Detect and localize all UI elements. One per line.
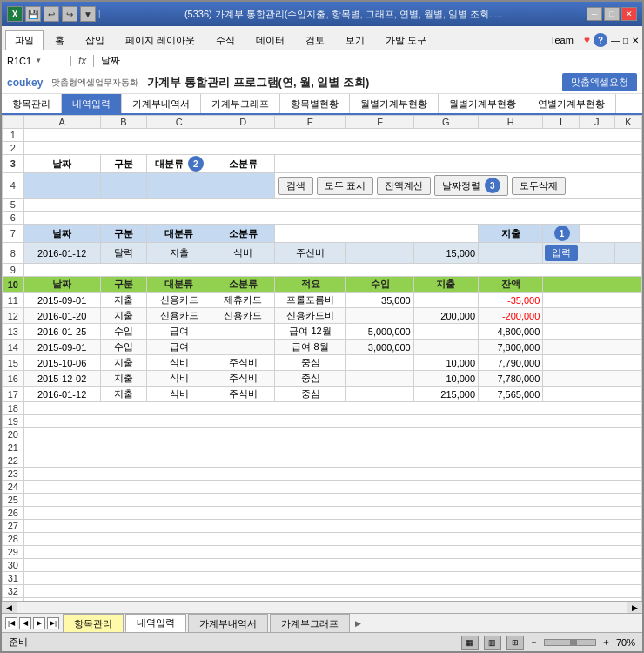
input-note[interactable]: [479, 243, 543, 264]
dr12-expense[interactable]: 200,000: [413, 308, 478, 324]
zoom-minus[interactable]: －: [529, 636, 539, 649]
col-k[interactable]: K: [614, 116, 641, 129]
save-icon[interactable]: 💾: [25, 6, 41, 22]
dr16-major[interactable]: 식비: [147, 371, 211, 387]
nav-tab-yearly[interactable]: 연별가계부현황: [527, 94, 616, 113]
scroll-left-btn[interactable]: ◀: [2, 602, 17, 613]
nav-tab-monthly1[interactable]: 월별가계부현황: [350, 94, 439, 113]
sheet-first-btn[interactable]: |◀: [5, 617, 17, 629]
dr11-type[interactable]: 지출: [100, 293, 147, 308]
zoom-slider[interactable]: [544, 639, 596, 646]
dr15-type[interactable]: 지출: [100, 355, 147, 371]
dr12-minor[interactable]: 신용카드: [211, 308, 274, 324]
dr13-type[interactable]: 수입: [100, 324, 147, 340]
match-excel-btn[interactable]: 맞춤엑셀요청: [562, 73, 637, 91]
dr12-income[interactable]: [346, 308, 413, 324]
dr17-balance[interactable]: 7,565,000: [479, 387, 543, 402]
dr14-balance[interactable]: 7,800,000: [479, 340, 543, 355]
ribbon-close[interactable]: ✕: [632, 36, 639, 45]
tab-home[interactable]: 홈: [45, 30, 74, 50]
help-icon[interactable]: ?: [594, 33, 607, 47]
dr15-detail[interactable]: 중심: [274, 355, 346, 371]
dr17-expense[interactable]: 215,000: [413, 387, 478, 402]
dr11-income[interactable]: 35,000: [346, 293, 413, 308]
dr13-expense[interactable]: [413, 324, 478, 340]
filter-type-input[interactable]: [100, 173, 147, 199]
dr14-date[interactable]: 2015-09-01: [23, 340, 100, 355]
tab-insert[interactable]: 삽입: [76, 30, 114, 50]
tab-formula[interactable]: 수식: [206, 30, 245, 50]
dr16-type[interactable]: 지출: [100, 371, 147, 387]
input-type[interactable]: 달력: [100, 243, 147, 264]
dr11-balance[interactable]: -35,000: [479, 293, 543, 308]
dr14-detail[interactable]: 급여 8월: [274, 340, 346, 355]
page-break-btn[interactable]: ⊞: [506, 636, 524, 650]
sheet-tab-graph[interactable]: 가계부그래프: [270, 614, 350, 632]
nav-tab-graph[interactable]: 가계부그래프: [201, 94, 280, 113]
dr16-minor[interactable]: 주식비: [211, 371, 274, 387]
balance-btn[interactable]: 잔액계산: [377, 177, 431, 195]
tab-file[interactable]: 파일: [5, 30, 44, 50]
tab-team[interactable]: Team: [543, 33, 580, 47]
sheet-tab-item-mgmt[interactable]: 항목관리: [63, 614, 124, 632]
filter-major-input[interactable]: [147, 173, 211, 199]
page-layout-btn[interactable]: ▥: [484, 636, 501, 650]
col-f[interactable]: F: [346, 116, 413, 129]
show-all-btn[interactable]: 모두 표시: [317, 177, 373, 195]
dr11-detail[interactable]: 프롤포름비: [274, 293, 346, 308]
dr12-date[interactable]: 2016-01-20: [23, 308, 100, 324]
tab-review[interactable]: 검토: [296, 30, 334, 50]
sheet-tab-entry[interactable]: 내역입력: [125, 614, 186, 632]
dr12-major[interactable]: 신용카드: [147, 308, 211, 324]
dr13-detail[interactable]: 급여 12월: [274, 324, 346, 340]
input-detail[interactable]: 주신비: [274, 243, 346, 264]
sheet-tab-statement[interactable]: 가계부내역서: [188, 614, 268, 632]
col-a[interactable]: A: [23, 116, 100, 129]
dr14-minor[interactable]: [211, 340, 274, 355]
dr17-date[interactable]: 2016-01-12: [23, 387, 100, 402]
sheet-next-btn[interactable]: ▶: [33, 617, 45, 629]
ribbon-restore[interactable]: □: [623, 36, 628, 45]
col-g[interactable]: G: [413, 116, 478, 129]
col-d[interactable]: D: [211, 116, 274, 129]
cell-ref-dropdown[interactable]: ▼: [35, 57, 42, 64]
scroll-track-h[interactable]: [17, 602, 627, 613]
dr11-minor[interactable]: 제휴카드: [211, 293, 274, 308]
dr16-income[interactable]: [346, 371, 413, 387]
cell-reference-box[interactable]: R1C1 ▼: [2, 56, 71, 66]
dr17-detail[interactable]: 중심: [274, 387, 346, 402]
col-j[interactable]: J: [579, 116, 614, 129]
date-sort-btn[interactable]: 날짜정렬 3: [434, 175, 508, 196]
col-i[interactable]: I: [543, 116, 579, 129]
horizontal-scrollbar[interactable]: ◀ ▶: [2, 601, 642, 613]
nav-tab-statement[interactable]: 가계부내역서: [122, 94, 201, 113]
tab-page-layout[interactable]: 페이지 레이아웃: [116, 30, 205, 50]
close-btn[interactable]: ✕: [621, 7, 637, 21]
input-expense[interactable]: 15,000: [413, 243, 478, 264]
tab-developer[interactable]: 가발 도구: [376, 30, 436, 50]
nav-tab-entry[interactable]: 내역입력: [62, 94, 122, 113]
dr15-date[interactable]: 2015-10-06: [23, 355, 100, 371]
dr15-expense[interactable]: 10,000: [413, 355, 478, 371]
dr13-date[interactable]: 2016-01-25: [23, 324, 100, 340]
search-btn[interactable]: 검색: [278, 177, 313, 195]
dr17-income[interactable]: [346, 387, 413, 402]
col-b[interactable]: B: [100, 116, 147, 129]
dr12-detail[interactable]: 신용카드비: [274, 308, 346, 324]
dr16-balance[interactable]: 7,780,000: [479, 371, 543, 387]
dr14-type[interactable]: 수입: [100, 340, 147, 355]
sheet-scroll-right[interactable]: ▶: [352, 614, 365, 632]
dr15-minor[interactable]: 주식비: [211, 355, 274, 371]
minimize-btn[interactable]: ─: [587, 7, 602, 21]
nav-tab-monthly2[interactable]: 월별가계부현황: [439, 94, 527, 113]
formula-input[interactable]: 날짜: [94, 54, 642, 67]
customize-icon[interactable]: ▼: [80, 6, 96, 22]
grid-container[interactable]: A B C D E F G H I J K: [2, 115, 642, 601]
dr13-major[interactable]: 급여: [147, 324, 211, 340]
filter-date-input[interactable]: [23, 173, 100, 199]
dr11-expense[interactable]: [413, 293, 478, 308]
dr12-balance[interactable]: -200,000: [479, 308, 543, 324]
dr16-date[interactable]: 2015-12-02: [23, 371, 100, 387]
dr11-date[interactable]: 2015-09-01: [23, 293, 100, 308]
dr13-minor[interactable]: [211, 324, 274, 340]
